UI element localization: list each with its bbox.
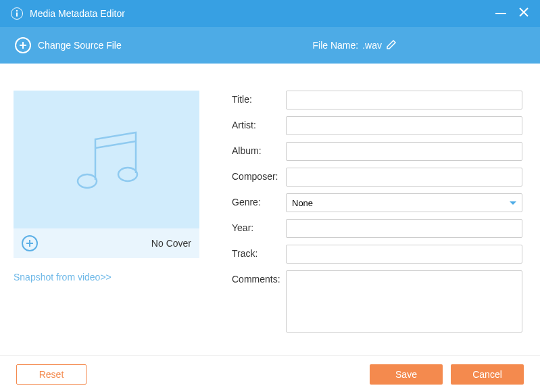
add-cover-button[interactable] — [22, 235, 38, 251]
cover-art-placeholder — [14, 91, 199, 228]
label-title: Title: — [232, 91, 286, 105]
minimize-button[interactable] — [495, 13, 506, 14]
plus-circle-icon — [15, 37, 31, 53]
save-button[interactable]: Save — [370, 364, 443, 385]
svg-point-6 — [78, 174, 97, 188]
svg-point-0 — [16, 10, 18, 11]
label-year: Year: — [232, 219, 286, 233]
svg-rect-1 — [16, 13, 18, 17]
titlebar: Media Metadata Editor — [0, 0, 540, 27]
close-button[interactable] — [518, 7, 529, 20]
input-track[interactable] — [286, 245, 522, 264]
textarea-comments[interactable] — [286, 270, 522, 333]
input-composer[interactable] — [286, 168, 522, 187]
label-genre: Genre: — [232, 193, 286, 207]
label-composer: Composer: — [232, 168, 286, 182]
music-note-icon — [63, 116, 151, 203]
cover-bar: No Cover — [14, 228, 199, 258]
content-area: No Cover Snapshot from video>> Title: Ar… — [0, 64, 540, 339]
filename-group: File Name: .wav — [313, 39, 397, 52]
field-album: Album: — [232, 142, 522, 161]
label-comments: Comments: — [232, 270, 286, 285]
field-comments: Comments: — [232, 270, 522, 333]
field-title: Title: — [232, 91, 522, 109]
input-title[interactable] — [286, 91, 522, 109]
svg-point-7 — [118, 168, 137, 181]
app-title: Media Metadata Editor — [30, 8, 125, 19]
cancel-button[interactable]: Cancel — [451, 364, 524, 385]
change-source-label: Change Source File — [38, 40, 122, 51]
footer: Reset Save Cancel — [0, 356, 540, 392]
reset-button[interactable]: Reset — [16, 364, 87, 385]
info-icon — [11, 7, 23, 20]
input-artist[interactable] — [286, 116, 522, 135]
label-track: Track: — [232, 245, 286, 259]
edit-filename-button[interactable] — [386, 39, 397, 52]
select-genre[interactable] — [286, 193, 522, 212]
label-artist: Artist: — [232, 116, 286, 130]
cover-column: No Cover Snapshot from video>> — [14, 91, 199, 339]
window-controls — [495, 7, 529, 20]
snapshot-from-video-link[interactable]: Snapshot from video>> — [14, 272, 199, 283]
input-year[interactable] — [286, 219, 522, 238]
field-genre: Genre: — [232, 193, 522, 212]
field-year: Year: — [232, 219, 522, 238]
metadata-form: Title: Artist: Album: Composer: Genre: Y — [232, 91, 522, 339]
field-composer: Composer: — [232, 168, 522, 187]
label-album: Album: — [232, 142, 286, 156]
filename-value: .wav — [362, 40, 382, 51]
field-artist: Artist: — [232, 116, 522, 135]
change-source-button[interactable]: Change Source File — [15, 37, 122, 53]
input-album[interactable] — [286, 142, 522, 161]
field-track: Track: — [232, 245, 522, 264]
filename-label: File Name: — [313, 40, 359, 51]
no-cover-label: No Cover — [151, 238, 191, 249]
toolbar: Change Source File File Name: .wav — [0, 27, 540, 64]
